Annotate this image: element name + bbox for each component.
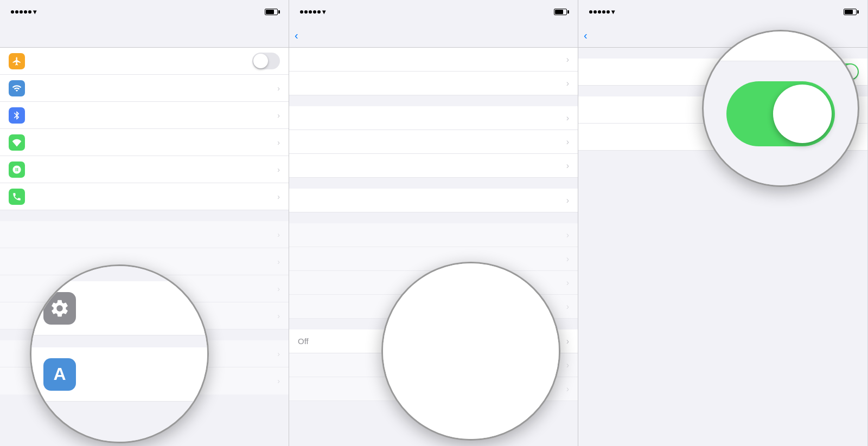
display-a-icon: A xyxy=(53,364,66,384)
signal-left-2: ▾ xyxy=(300,8,326,16)
hotspot-icon-bg xyxy=(9,161,25,178)
gen-gap-2 xyxy=(289,178,578,189)
bluetooth-icon xyxy=(12,111,22,120)
dot2-3 xyxy=(593,10,597,14)
gear-icon xyxy=(49,298,70,319)
airplane-toggle[interactable] xyxy=(252,53,280,69)
gap1 xyxy=(0,210,289,221)
row-spotlight[interactable]: › xyxy=(289,106,578,130)
magnify-circle-2 xyxy=(381,262,560,441)
carrier-icon-bg xyxy=(9,189,25,205)
hotspot-chevron: › xyxy=(277,165,280,174)
back-button-2[interactable]: ‹ xyxy=(295,29,300,42)
status-bar-1: ▾ xyxy=(0,0,289,24)
handoff-chevron: › xyxy=(566,137,569,147)
magnify-gap xyxy=(31,335,207,347)
battery-icon-1 xyxy=(265,9,278,15)
row-cellular[interactable]: › xyxy=(0,129,289,156)
dot1-3 xyxy=(589,10,592,14)
gen-gap-1 xyxy=(289,95,578,106)
g15-chevron: › xyxy=(566,384,569,394)
back-chevron-3: ‹ xyxy=(584,29,588,42)
gen-gap-3 xyxy=(289,212,578,223)
spotlight-chevron: › xyxy=(566,113,569,123)
signal-left-3: ▾ xyxy=(589,8,615,16)
g14-chevron: › xyxy=(566,360,569,370)
dot1-2 xyxy=(300,10,303,14)
dot2-2 xyxy=(304,10,308,14)
row-hotspot[interactable]: › xyxy=(0,156,289,183)
dot5 xyxy=(28,10,31,14)
signal-dots-2 xyxy=(300,10,321,14)
row-g10[interactable]: › xyxy=(289,247,578,271)
g10-chevron: › xyxy=(566,254,569,264)
cellular-icon xyxy=(12,138,22,147)
bluetooth-icon-bg xyxy=(9,107,25,124)
dot3-2 xyxy=(309,10,312,14)
back-chevron-2: ‹ xyxy=(295,29,298,42)
row-extra-1[interactable]: › xyxy=(0,221,289,248)
battery-3 xyxy=(842,9,857,15)
row-handoff[interactable]: › xyxy=(289,130,578,154)
nav-bar-1 xyxy=(0,24,289,48)
dot2 xyxy=(15,10,18,14)
battery-2 xyxy=(552,9,567,15)
g9-chevron: › xyxy=(566,230,569,240)
datetime-panel: ▾ ‹ xyxy=(578,0,867,446)
battery-icon-3 xyxy=(844,9,857,15)
dot1 xyxy=(11,10,14,14)
about-chevron: › xyxy=(566,55,569,64)
dot3-3 xyxy=(598,10,601,14)
signal-dots-3 xyxy=(589,10,610,14)
row-carrier[interactable]: › xyxy=(0,183,289,210)
magnify-circle-3 xyxy=(702,30,859,187)
back-button-3[interactable]: ‹ xyxy=(584,29,589,42)
software-chevron: › xyxy=(566,79,569,88)
airplane-icon xyxy=(12,56,22,66)
wifi-icon-3: ▾ xyxy=(611,8,615,16)
extra-chevron-2: › xyxy=(277,257,280,266)
big-toggle xyxy=(726,81,835,146)
dot3 xyxy=(20,10,23,14)
battery-icon-2 xyxy=(554,9,567,15)
dot4-3 xyxy=(602,10,605,14)
wifi-icon-bg xyxy=(9,80,25,96)
extra-chevron-4: › xyxy=(277,312,280,320)
row-carplay[interactable]: › xyxy=(289,154,578,178)
g12-chevron: › xyxy=(566,302,569,312)
signal-left: ▾ xyxy=(11,8,36,16)
row-about[interactable]: › xyxy=(289,48,578,72)
g11-chevron: › xyxy=(566,278,569,288)
general-panel: ▾ ‹ › › › › xyxy=(289,0,578,446)
wifi-icon xyxy=(12,83,22,93)
magnify-bottom xyxy=(704,142,858,185)
dot5-2 xyxy=(317,10,321,14)
row-bluetooth[interactable]: › xyxy=(0,102,289,129)
row-airplane[interactable] xyxy=(0,48,289,75)
magnify-circle-1: A xyxy=(30,264,209,443)
cellular-icon-bg xyxy=(9,134,25,151)
row-accessibility[interactable]: › xyxy=(289,189,578,212)
row-g9[interactable]: › xyxy=(289,223,578,247)
status-bar-2: ▾ xyxy=(289,0,578,24)
hotspot-icon xyxy=(12,165,22,174)
signal-dots xyxy=(11,10,31,14)
dot5-3 xyxy=(607,10,610,14)
battery-area-1 xyxy=(263,9,278,15)
status-bar-3: ▾ xyxy=(578,0,867,24)
row-software[interactable]: › xyxy=(289,72,578,95)
nav-bar-2: ‹ xyxy=(289,24,578,48)
carrier-icon xyxy=(12,192,22,202)
dot4-2 xyxy=(313,10,316,14)
row-wifi[interactable]: › xyxy=(0,75,289,102)
wifi-icon-2: ▾ xyxy=(322,8,326,16)
datetime-entry-chevron: › xyxy=(566,337,569,346)
magnify-datetime-text xyxy=(460,340,482,362)
extra-chevron-6: › xyxy=(277,377,280,385)
wifi-chevron: › xyxy=(277,84,280,93)
accessibility-chevron: › xyxy=(566,196,569,205)
big-toggle-container xyxy=(726,81,835,146)
display-icon-bg: A xyxy=(43,358,76,391)
wifi-label-1: ▾ xyxy=(33,8,36,16)
extra-chevron-1: › xyxy=(277,230,280,239)
